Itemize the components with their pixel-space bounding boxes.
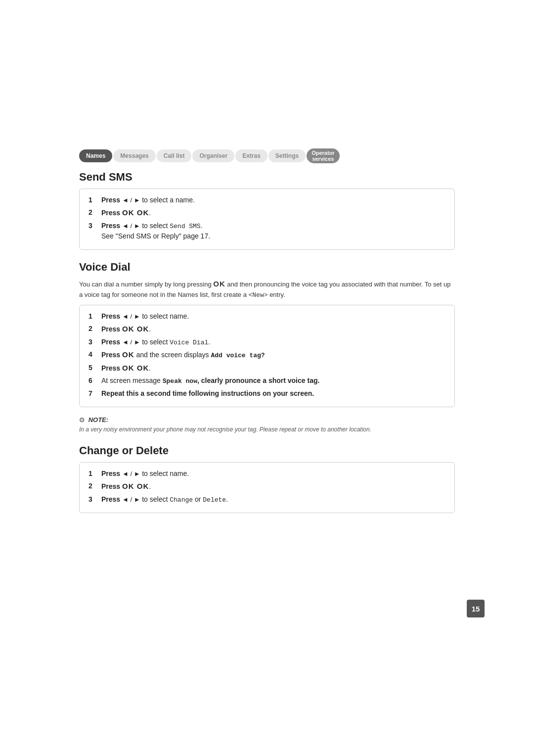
send-sms-steps: 1 Press ◄ / ► to select a name. 2 Press … bbox=[89, 195, 445, 241]
press-label: Press bbox=[101, 364, 120, 372]
section-send-sms: Send SMS 1 Press ◄ / ► to select a name.… bbox=[79, 171, 455, 250]
step-text: Repeat this a second time following inst… bbox=[101, 389, 314, 397]
step-content: Press ◄ / ► to select name. bbox=[101, 469, 445, 479]
press-label: Press bbox=[101, 325, 120, 333]
send-sms-title: Send SMS bbox=[79, 171, 455, 184]
step-item: 4 Press OK and the screen displays Add v… bbox=[89, 349, 445, 361]
step-num: 7 bbox=[89, 388, 97, 399]
ok-label: OK bbox=[122, 350, 134, 359]
step-content: Press OK OK. bbox=[101, 207, 445, 219]
arrow-icon: ◄ / ► bbox=[122, 338, 142, 346]
page-container: Names Messages Call list Organiser Extra… bbox=[0, 0, 534, 756]
note-title: NOTE: bbox=[89, 416, 108, 424]
tab-operator[interactable]: Operatorservices bbox=[307, 148, 339, 163]
voice-dial-intro: You can dial a number simply by long pre… bbox=[79, 279, 455, 300]
step-content: Repeat this a second time following inst… bbox=[101, 388, 445, 399]
step-content: At screen message Speak now, clearly pro… bbox=[101, 376, 445, 386]
step-item: 1 Press ◄ / ► to select a name. bbox=[89, 195, 445, 205]
arrow-icon: ◄ / ► bbox=[122, 470, 142, 477]
step-content: Press OK OK. bbox=[101, 481, 445, 492]
step-item: 7 Repeat this a second time following in… bbox=[89, 388, 445, 399]
step-num: 2 bbox=[89, 207, 97, 218]
step-text: . bbox=[149, 482, 151, 490]
ok-label: OK OK bbox=[122, 364, 149, 372]
step-content: Press ◄ / ► to select a name. bbox=[101, 195, 445, 205]
step-num: 3 bbox=[89, 494, 97, 505]
step-item: 2 Press OK OK. bbox=[89, 324, 445, 335]
section-change-delete: Change or Delete 1 Press ◄ / ► to select… bbox=[79, 444, 455, 513]
note-section: ⊙ NOTE: In a very noisy environment your… bbox=[79, 416, 455, 434]
step-text: . bbox=[149, 209, 151, 217]
step-text: . bbox=[149, 325, 151, 333]
press-label: Press bbox=[101, 209, 120, 217]
tab-settings[interactable]: Settings bbox=[268, 149, 306, 162]
step-text: to select name. bbox=[142, 470, 189, 477]
voice-dial-title: Voice Dial bbox=[79, 261, 455, 274]
nav-tabs: Names Messages Call list Organiser Extra… bbox=[79, 148, 341, 163]
step-item: 1 Press ◄ / ► to select name. bbox=[89, 311, 445, 322]
arrow-icon: ◄ / ► bbox=[122, 313, 142, 320]
ok-label: OK OK bbox=[122, 208, 149, 217]
step-content: Press ◄ / ► to select Send SMS. See "Sen… bbox=[101, 221, 445, 242]
note-header: ⊙ NOTE: bbox=[79, 416, 455, 424]
page-number: 15 bbox=[467, 600, 485, 617]
step-text: At screen message Speak now, clearly pro… bbox=[101, 377, 319, 384]
step-text: to select a name. bbox=[142, 196, 195, 204]
press-label: Press bbox=[101, 312, 120, 320]
step-text: to select name. bbox=[142, 312, 189, 320]
step-num: 1 bbox=[89, 469, 97, 479]
tab-names[interactable]: Names bbox=[79, 149, 112, 162]
arrow-icon: ◄ / ► bbox=[122, 222, 142, 230]
press-label: Press bbox=[101, 482, 120, 490]
step-content: Press OK OK. bbox=[101, 363, 445, 374]
step-text: to select Voice Dial. bbox=[142, 338, 210, 346]
change-delete-steps: 1 Press ◄ / ► to select name. 2 Press OK… bbox=[89, 469, 445, 505]
step-item: 3 Press ◄ / ► to select Voice Dial. bbox=[89, 337, 445, 348]
step-content: Press ◄ / ► to select Change or Delete. bbox=[101, 494, 445, 505]
press-label: Press bbox=[101, 470, 120, 477]
arrow-icon: ◄ / ► bbox=[122, 196, 142, 204]
step-num: 5 bbox=[89, 363, 97, 373]
step-item: 5 Press OK OK. bbox=[89, 363, 445, 374]
arrow-icon: ◄ / ► bbox=[122, 496, 142, 503]
step-num: 6 bbox=[89, 376, 97, 386]
press-label: Press bbox=[101, 338, 120, 346]
step-num: 1 bbox=[89, 195, 97, 205]
step-item: 3 Press ◄ / ► to select Change or Delete… bbox=[89, 494, 445, 505]
tab-organiser[interactable]: Organiser bbox=[192, 149, 234, 162]
step-content: Press ◄ / ► to select name. bbox=[101, 311, 445, 322]
press-label: Press bbox=[101, 196, 120, 204]
tab-messages[interactable]: Messages bbox=[113, 149, 155, 162]
change-delete-title: Change or Delete bbox=[79, 444, 455, 457]
step-content: Press ◄ / ► to select Voice Dial. bbox=[101, 337, 445, 348]
press-label: Press bbox=[101, 351, 120, 359]
step-num: 1 bbox=[89, 311, 97, 322]
step-item: 3 Press ◄ / ► to select Send SMS. See "S… bbox=[89, 221, 445, 242]
main-content: Send SMS 1 Press ◄ / ► to select a name.… bbox=[79, 171, 455, 524]
step-item: 2 Press OK OK. bbox=[89, 207, 445, 219]
step-item: 1 Press ◄ / ► to select name. bbox=[89, 469, 445, 479]
change-delete-box: 1 Press ◄ / ► to select name. 2 Press OK… bbox=[79, 462, 455, 513]
voice-dial-box: 1 Press ◄ / ► to select name. 2 Press OK… bbox=[79, 305, 455, 407]
step-num: 4 bbox=[89, 349, 97, 360]
note-body: In a very noisy environment your phone m… bbox=[79, 425, 455, 434]
tab-calllist[interactable]: Call list bbox=[157, 149, 192, 162]
ok-label: OK OK bbox=[122, 325, 149, 333]
press-label: Press bbox=[101, 495, 120, 503]
ok-label: OK OK bbox=[122, 482, 149, 490]
tab-extras[interactable]: Extras bbox=[235, 149, 267, 162]
step-num: 3 bbox=[89, 337, 97, 347]
step-text: to select Change or Delete. bbox=[142, 495, 228, 503]
press-label: Press bbox=[101, 222, 120, 230]
section-voice-dial: Voice Dial You can dial a number simply … bbox=[79, 261, 455, 433]
step-text: and the screen displays Add voice tag? bbox=[136, 351, 265, 359]
step-num: 3 bbox=[89, 221, 97, 231]
send-sms-box: 1 Press ◄ / ► to select a name. 2 Press … bbox=[79, 189, 455, 250]
step-num: 2 bbox=[89, 324, 97, 334]
step-note: See "Send SMS or Reply" page 17. bbox=[101, 232, 210, 240]
step-content: Press OK OK. bbox=[101, 324, 445, 335]
note-icon: ⊙ bbox=[79, 416, 85, 424]
voice-dial-steps: 1 Press ◄ / ► to select name. 2 Press OK… bbox=[89, 311, 445, 399]
step-text: to select Send SMS. bbox=[142, 222, 202, 230]
step-text: . bbox=[149, 364, 151, 372]
